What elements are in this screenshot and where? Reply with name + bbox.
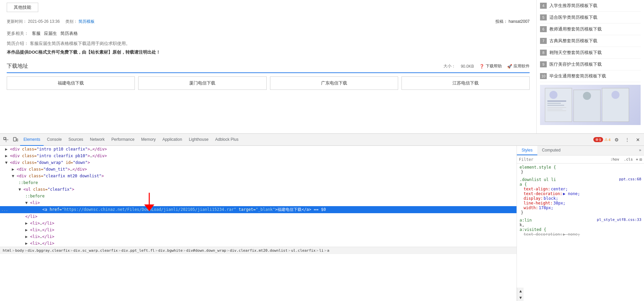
- element-line-li-close[interactable]: </li>: [0, 213, 517, 220]
- element-line-before2[interactable]: ::before: [0, 193, 517, 199]
- expand-styles-button[interactable]: ⊡: [640, 157, 642, 162]
- main-content: 其他技能 更新时间： 2021-05-26 13:36 类别： 简历模板 投稿：…: [0, 0, 537, 133]
- scroll-up-arrow[interactable]: ▲: [517, 288, 524, 294]
- tab-adblock-plus[interactable]: Adblock Plus: [212, 134, 242, 146]
- element-line-li2[interactable]: ▶ <li>…</li>: [0, 220, 517, 227]
- element-line-li4[interactable]: ▶ <li>…</li>: [0, 233, 517, 240]
- breadcrumb-div-down[interactable]: div#down.down_wrap: [186, 248, 226, 253]
- breadcrumb-div-scwarp[interactable]: div.sc_warp.clearfix: [73, 248, 118, 253]
- hov-filter-button[interactable]: :hov: [609, 156, 621, 163]
- list-text-7: 古典风整套简历模板下载: [549, 38, 597, 44]
- more-options-button[interactable]: ⋮: [623, 135, 632, 144]
- toggle-device-button[interactable]: [11, 135, 20, 144]
- list-num-8: 8: [540, 50, 547, 56]
- element-line-4[interactable]: ▶ <div class="down_tit">…</div>: [0, 166, 517, 173]
- style-selector-element: element.style {: [520, 165, 641, 170]
- list-num-10: 10: [540, 73, 547, 79]
- skills-area: 其他技能: [7, 0, 530, 15]
- breadcrumb-div-bgwhite[interactable]: div.bgwhite: [158, 248, 183, 253]
- resume-thumbnails-svg: [543, 86, 637, 123]
- svg-rect-8: [547, 105, 564, 106]
- other-skills-button[interactable]: 其他技能: [7, 3, 38, 12]
- styles-tabs: Styles Computed »: [517, 146, 644, 156]
- tag-fresh-grad[interactable]: 应届生: [44, 31, 57, 37]
- inspect-element-button[interactable]: [1, 135, 11, 144]
- list-num-6: 6: [540, 26, 547, 32]
- list-text-8: 翱翔天空整套简历模板下载: [549, 50, 602, 56]
- add-style-button[interactable]: +: [636, 157, 638, 162]
- tab-computed[interactable]: Computed: [537, 146, 565, 155]
- tab-memory[interactable]: Memory: [138, 134, 159, 146]
- styles-content: element.style { } .downlist ul li ppt.cs…: [517, 164, 644, 288]
- tab-lighthouse[interactable]: Lighthouse: [185, 134, 212, 146]
- element-line-3[interactable]: ▼ <div class="down_wrap" id="down">: [0, 159, 517, 166]
- element-line-1[interactable]: ▶ <div class="intro pt10 clearfix">…</di…: [0, 146, 517, 153]
- description: 简历介绍： 客服应届生简历表格模板下载适用于岗位求职使用。: [7, 39, 530, 48]
- tab-sources[interactable]: Sources: [65, 134, 87, 146]
- download-help-link[interactable]: ❓ 下载帮助: [479, 63, 502, 69]
- tag-customer-service[interactable]: 客服: [32, 31, 41, 37]
- filter-input[interactable]: [519, 157, 607, 162]
- element-line-li3[interactable]: ▶ <li>…</li>: [0, 227, 517, 233]
- styles-panel: Styles Computed » :hov .cls + ⊡ element.…: [517, 146, 644, 301]
- devtools-toolbar: Elements Console Sources Network Perform…: [0, 134, 644, 146]
- tab-network[interactable]: Network: [87, 134, 108, 146]
- app-software-link[interactable]: 🚀 应用软件: [507, 63, 530, 69]
- breadcrumb-div-pptleft[interactable]: div.ppt_left.fl: [121, 248, 155, 253]
- element-line-2[interactable]: ▶ <div class="intro clearfix pb10">…</di…: [0, 153, 517, 159]
- download-section: 下载地址 大小： 90.0KB ❓ 下载帮助 🚀 应用软件 福建电信下载 厦: [7, 60, 530, 90]
- styles-scroll-arrows: ▲ ▼: [517, 288, 524, 301]
- breadcrumb-html[interactable]: html: [3, 248, 12, 253]
- tab-styles[interactable]: Styles: [517, 146, 537, 155]
- error-badge[interactable]: ⊗ 9: [593, 137, 603, 142]
- breadcrumb-div-bggray[interactable]: div.bggray.clearfix: [28, 248, 70, 253]
- elements-panel-wrapper: ▶ <div class="intro pt10 clearfix">…</di…: [0, 146, 517, 301]
- download-btn-jiangsu[interactable]: 江苏电信下载: [401, 76, 530, 90]
- style-file-avisited[interactable]: pl_style_utf8.css:33: [597, 218, 641, 222]
- element-line-li5[interactable]: ▶ <li>…</li>: [0, 240, 517, 247]
- tab-application[interactable]: Application: [159, 134, 185, 146]
- tab-elements[interactable]: Elements: [20, 134, 44, 146]
- svg-rect-11: [547, 111, 566, 111]
- breadcrumb-body[interactable]: body: [15, 248, 24, 253]
- tag-resume-table[interactable]: 简历表格: [60, 31, 78, 37]
- elements-panel[interactable]: ▶ <div class="intro pt10 clearfix">…</di…: [0, 146, 517, 247]
- style-file-downlist[interactable]: ppt.css:68: [619, 177, 641, 181]
- question-icon: ❓: [479, 64, 484, 69]
- devtools: Elements Console Sources Network Perform…: [0, 133, 644, 301]
- breadcrumb-a[interactable]: a: [327, 248, 329, 253]
- breadcrumb-div-downlist[interactable]: div.clearfix.mt20.downlist: [230, 248, 287, 253]
- settings-button[interactable]: ⚙: [612, 135, 621, 144]
- element-line-before1[interactable]: ::before: [0, 179, 517, 186]
- list-num-5: 5: [540, 14, 547, 20]
- element-line-ul[interactable]: ▼ <ul class="clearfix">: [0, 186, 517, 193]
- styles-more-button[interactable]: »: [636, 146, 644, 155]
- list-item: 6 教师通用整套简历模板下载: [540, 23, 641, 35]
- style-closing-a: }: [520, 210, 641, 215]
- download-actions: 大小： 90.0KB ❓ 下载帮助 🚀 应用软件: [443, 63, 530, 69]
- list-num-4: 4: [540, 3, 547, 9]
- style-selector-avisited: a:visited {: [520, 227, 641, 232]
- download-header: 下载地址 大小： 90.0KB ❓ 下载帮助 🚀 应用软件: [7, 60, 530, 73]
- breadcrumb-li[interactable]: li: [319, 248, 323, 253]
- tab-console[interactable]: Console: [44, 134, 65, 146]
- page-area: 其他技能 更新时间： 2021-05-26 13:36 类别： 简历模板 投稿：…: [0, 0, 644, 133]
- svg-point-3: [549, 91, 557, 99]
- tab-performance[interactable]: Performance: [108, 134, 138, 146]
- breadcrumb-ul[interactable]: ul.clearfix: [291, 248, 316, 253]
- cls-filter-button[interactable]: .cls: [622, 156, 635, 163]
- download-btn-fujian[interactable]: 福建电信下载: [7, 76, 135, 90]
- element-line-a-selected[interactable]: ... <a href="https://downsc.chinaz.net/F…: [0, 206, 517, 213]
- list-item: 7 古典风整套简历模板下载: [540, 35, 641, 47]
- element-line-5[interactable]: ▼ <div class="clearfix mt20 downlist">: [0, 173, 517, 179]
- scroll-down-arrow[interactable]: ▼: [517, 294, 524, 301]
- download-buttons: 福建电信下载 厦门电信下载 广东电信下载 江苏电信下载: [7, 76, 530, 90]
- svg-point-5: [611, 91, 620, 99]
- close-devtools-button[interactable]: ✕: [633, 135, 643, 144]
- download-btn-xiamen[interactable]: 厦门电信下载: [138, 76, 266, 90]
- download-btn-guangdong[interactable]: 广东电信下载: [270, 76, 398, 90]
- warning-badge[interactable]: ⚠ 4: [604, 137, 610, 142]
- category-link[interactable]: 简历模板: [78, 19, 95, 24]
- list-num-9: 9: [540, 61, 547, 67]
- element-line-li[interactable]: ▼ <li>: [0, 199, 517, 206]
